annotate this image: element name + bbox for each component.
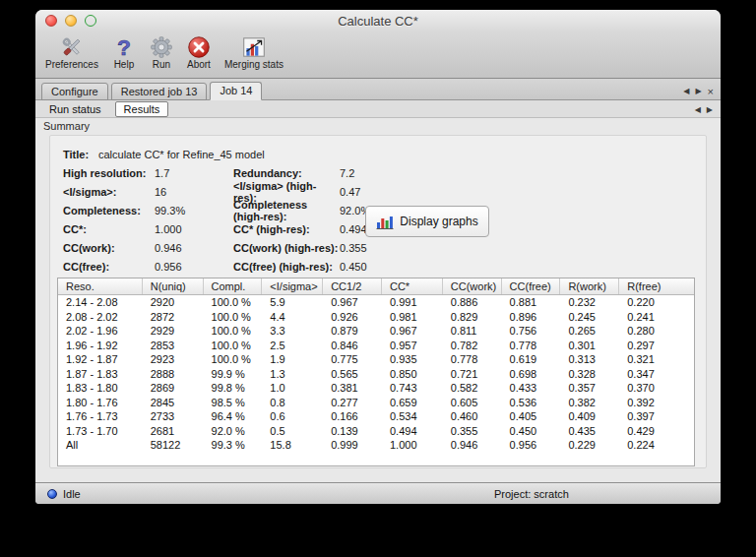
preferences-icon [60, 34, 84, 60]
table-cell: 99.9 % [204, 367, 263, 382]
table-cell: 0.405 [502, 409, 561, 424]
column-header[interactable]: N(uniq) [143, 278, 204, 294]
tab-scroll-right-icon[interactable]: ▶ [695, 87, 701, 95]
table-row[interactable]: 1.87 - 1.83288899.9 %1.30.5650.8500.7210… [58, 367, 694, 382]
summary-label: Title: [63, 149, 98, 160]
table-row[interactable]: 1.96 - 1.922853100.0 %2.50.8460.9570.782… [58, 339, 694, 353]
subtab-scroll-left-icon[interactable]: ◀ [695, 105, 701, 114]
table-cell: 100.0 % [204, 324, 263, 339]
project-label: Project: scratch [494, 488, 569, 500]
table-cell: 4.4 [262, 310, 323, 325]
table-cell: 0.277 [323, 396, 382, 410]
minimize-window-button[interactable] [65, 15, 77, 27]
summary-value: 0.355 [340, 242, 367, 254]
table-cell: 1.9 [262, 352, 323, 367]
table-cell: 99.8 % [204, 381, 263, 396]
summary-value: 0.450 [340, 261, 367, 273]
close-window-button[interactable] [45, 15, 57, 27]
table-cell: 0.301 [560, 339, 619, 353]
table-row[interactable]: 1.92 - 1.872923100.0 %1.90.7750.9350.778… [58, 352, 694, 367]
toolbar-label: Run [153, 59, 170, 70]
column-header[interactable]: CC* [382, 278, 443, 294]
table-cell: 1.0 [262, 381, 323, 396]
main-tab-bar: Configure Restored job 13 Job 14 ◀ ▶ × [35, 79, 721, 100]
table-cell: 0.879 [323, 324, 382, 339]
table-cell: 0.756 [502, 324, 561, 339]
table-cell: 0.166 [323, 409, 382, 424]
app-window: Calculate CC* Preferences [35, 10, 721, 504]
summary-label: High resolution: [63, 167, 155, 179]
toolbar-abort-button[interactable]: Abort [187, 34, 211, 70]
table-cell: 0.381 [323, 381, 382, 396]
table-cell: 2872 [143, 310, 204, 325]
display-graphs-button[interactable]: Display graphs [365, 206, 489, 237]
toolbar-merging-stats-button[interactable]: Merging stats [224, 34, 284, 70]
table-cell: 0.829 [443, 310, 502, 325]
table-cell: 0.357 [560, 381, 619, 396]
table-cell: 1.87 - 1.83 [58, 367, 143, 382]
table-row[interactable]: All5812299.3 %15.80.9991.0000.9460.9560.… [58, 438, 694, 453]
tab-close-icon[interactable]: × [708, 88, 714, 95]
column-header[interactable]: CC(free) [502, 278, 561, 294]
table-header-row: Reso.N(uniq)Compl.<I/sigma>CC1/2CC*CC(wo… [58, 278, 694, 295]
tab-run-status[interactable]: Run status [41, 102, 109, 116]
column-header[interactable]: R(work) [560, 278, 619, 294]
table-row[interactable]: 1.76 - 1.73273396.4 %0.60.1660.5340.4600… [58, 409, 694, 424]
toolbar-run-button[interactable]: Run [150, 34, 173, 70]
toolbar-help-button[interactable]: ? Help [112, 34, 136, 70]
titlebar[interactable]: Calculate CC* [35, 10, 721, 31]
run-icon [150, 34, 173, 60]
table-cell: 2.14 - 2.08 [58, 295, 143, 310]
summary-label: Redundancy: [233, 167, 340, 179]
summary-value: 0.956 [155, 261, 233, 273]
column-header[interactable]: CC1/2 [323, 278, 382, 294]
table-cell: 2681 [143, 424, 204, 439]
table-body: 2.14 - 2.082920100.0 %5.90.9670.9910.886… [58, 295, 694, 453]
table-cell: 2869 [143, 381, 204, 396]
tab-job-14[interactable]: Job 14 [210, 82, 262, 100]
toolbar-preferences-button[interactable]: Preferences [45, 34, 98, 70]
table-row[interactable]: 1.80 - 1.76284598.5 %0.80.2770.6590.6050… [58, 396, 694, 410]
table-row[interactable]: 1.73 - 1.70268192.0 %0.50.1390.4940.3550… [58, 424, 694, 439]
column-header[interactable]: CC(work) [443, 278, 502, 294]
table-cell: 0.433 [502, 381, 561, 396]
table-row[interactable]: 2.08 - 2.022872100.0 %4.40.9260.9810.829… [58, 310, 694, 325]
subtab-scroll-right-icon[interactable]: ▶ [707, 105, 713, 114]
table-cell: 0.355 [443, 424, 502, 439]
tab-results[interactable]: Results [115, 101, 169, 117]
results-table: Reso.N(uniq)Compl.<I/sigma>CC1/2CC*CC(wo… [57, 278, 695, 466]
zoom-window-button[interactable] [85, 15, 96, 27]
tab-restored-job-13[interactable]: Restored job 13 [111, 83, 208, 100]
summary-value: 1.7 [155, 167, 233, 179]
table-cell: 0.435 [560, 424, 619, 439]
column-header[interactable]: <I/sigma> [262, 278, 323, 294]
table-row[interactable]: 1.83 - 1.80286999.8 %1.00.3810.7430.5820… [58, 381, 694, 396]
status-led-icon [47, 489, 57, 499]
table-cell: 0.313 [560, 352, 619, 367]
table-cell: 0.397 [619, 409, 694, 424]
summary-value: 7.2 [340, 167, 354, 179]
table-cell: 2853 [143, 339, 204, 353]
table-cell: 1.76 - 1.73 [58, 409, 143, 424]
table-cell: 0.536 [502, 396, 561, 410]
toolbar-label: Merging stats [224, 59, 284, 70]
summary-label: CC* (high-res): [233, 223, 340, 235]
table-row[interactable]: 2.02 - 1.962929100.0 %3.30.8790.9670.811… [58, 324, 694, 339]
table-cell: 0.232 [560, 295, 619, 310]
tab-configure[interactable]: Configure [41, 83, 108, 100]
table-cell: 96.4 % [204, 409, 263, 424]
table-row[interactable]: 2.14 - 2.082920100.0 %5.90.9670.9910.886… [58, 295, 694, 310]
table-cell: 100.0 % [204, 339, 263, 353]
summary-row: CC(work):0.946CC(work) (high-res):0.355 [63, 238, 706, 257]
column-header[interactable]: Reso. [58, 278, 143, 294]
svg-text:?: ? [117, 35, 131, 59]
table-cell: 0.946 [443, 438, 502, 453]
table-cell: 0.5 [262, 424, 323, 439]
tab-scroll-left-icon[interactable]: ◀ [683, 87, 689, 95]
summary-value: 0.47 [340, 186, 360, 198]
tab-controls: ◀ ▶ × [683, 87, 714, 95]
table-cell: 0.8 [262, 396, 323, 410]
column-header[interactable]: R(free) [619, 278, 694, 294]
table-cell: 0.896 [502, 310, 561, 325]
column-header[interactable]: Compl. [204, 278, 263, 294]
